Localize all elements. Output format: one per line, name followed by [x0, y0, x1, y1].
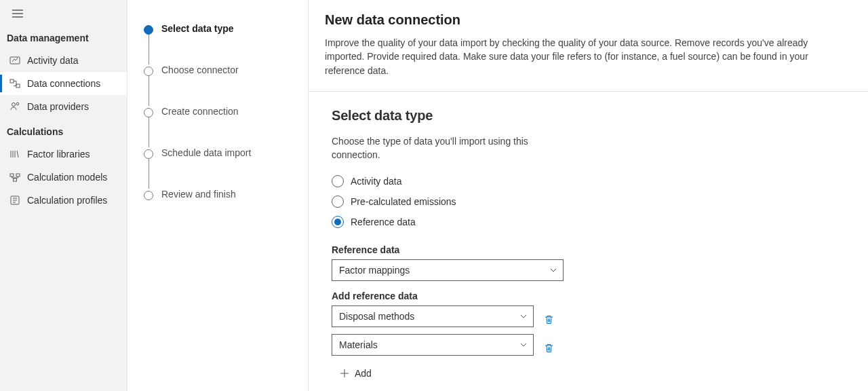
sidebar-item-calculation-models[interactable]: Calculation models	[0, 166, 127, 189]
step-label: Create connection	[161, 106, 239, 117]
sidebar-item-factor-libraries[interactable]: Factor libraries	[0, 143, 127, 166]
svg-point-4	[16, 103, 19, 105]
step-schedule-data-import[interactable]: Schedule data import	[144, 147, 308, 159]
step-indicator-icon	[144, 191, 153, 200]
step-indicator-icon	[144, 108, 153, 117]
factor-libraries-icon	[9, 149, 20, 160]
calculation-profiles-icon	[9, 195, 20, 206]
step-label: Review and finish	[161, 189, 236, 200]
activity-data-icon	[9, 55, 20, 66]
delete-reference-button[interactable]	[539, 339, 558, 358]
page-header: New data connection Improve the quality …	[309, 0, 868, 92]
added-reference-row: Materials	[332, 334, 852, 362]
radio-label: Reference data	[351, 217, 416, 227]
step-connector	[149, 35, 149, 64]
chevron-down-icon	[519, 341, 528, 349]
stepper: Select data type Choose connector Create…	[127, 0, 309, 391]
page-title: New data connection	[325, 12, 852, 28]
radio-activity-data[interactable]: Activity data	[332, 175, 852, 187]
data-providers-icon	[9, 101, 20, 112]
svg-rect-5	[10, 174, 14, 176]
sidebar-item-label: Calculation profiles	[27, 195, 107, 206]
form-area: Select data type Choose the type of data…	[309, 92, 868, 391]
reference-data-label: Reference data	[332, 244, 852, 255]
select-value: Disposal methods	[339, 311, 414, 322]
step-choose-connector[interactable]: Choose connector	[144, 64, 308, 76]
sidebar-item-data-providers[interactable]: Data providers	[0, 95, 127, 118]
add-reference-data-label: Add reference data	[332, 291, 852, 301]
step-connector	[149, 159, 149, 189]
svg-rect-0	[10, 57, 20, 64]
reference-data-select[interactable]: Factor mappings	[332, 259, 564, 281]
trash-icon	[544, 314, 554, 325]
main-content: New data connection Improve the quality …	[309, 0, 868, 391]
form-title: Select data type	[332, 108, 852, 124]
step-select-data-type[interactable]: Select data type	[144, 23, 308, 35]
svg-rect-1	[10, 79, 14, 83]
step-label: Schedule data import	[161, 147, 251, 158]
added-reference-row: Disposal methods	[332, 305, 852, 334]
step-indicator-icon	[144, 67, 153, 76]
sidebar-item-calculation-profiles[interactable]: Calculation profiles	[0, 189, 127, 212]
sidebar-section-calculations: Calculations	[0, 118, 127, 143]
hamburger-icon	[12, 10, 23, 18]
sidebar-item-label: Factor libraries	[27, 149, 90, 160]
sidebar-item-label: Data connections	[27, 78, 100, 89]
chevron-down-icon	[549, 266, 557, 274]
added-reference-select[interactable]: Materials	[332, 334, 534, 356]
data-connections-icon	[9, 78, 20, 89]
plus-icon	[340, 369, 349, 378]
step-connector	[149, 117, 149, 147]
step-label: Choose connector	[161, 64, 239, 75]
step-indicator-icon	[144, 25, 153, 35]
sidebar-item-label: Activity data	[27, 55, 78, 66]
step-connector	[149, 76, 149, 106]
radio-label: Pre-calculated emissions	[351, 196, 456, 207]
sidebar-section-data-management: Data management	[0, 24, 127, 49]
form-description: Choose the type of data you'll import us…	[332, 134, 535, 162]
hamburger-menu-button[interactable]	[0, 0, 127, 24]
svg-rect-2	[16, 84, 20, 88]
svg-rect-6	[16, 174, 20, 176]
step-create-connection[interactable]: Create connection	[144, 106, 308, 117]
select-value: Factor mappings	[339, 265, 410, 276]
add-button-label: Add	[355, 368, 372, 379]
sidebar-item-data-connections[interactable]: Data connections	[0, 72, 127, 95]
sidebar-item-label: Data providers	[27, 101, 89, 112]
sidebar-item-label: Calculation models	[27, 172, 107, 183]
svg-point-3	[12, 103, 16, 107]
data-type-radio-group: Activity data Pre-calculated emissions R…	[332, 175, 852, 228]
added-reference-select[interactable]: Disposal methods	[332, 305, 534, 327]
radio-label: Activity data	[351, 176, 401, 187]
svg-rect-7	[14, 179, 17, 181]
sidebar-item-activity-data[interactable]: Activity data	[0, 49, 127, 72]
step-review-and-finish[interactable]: Review and finish	[144, 189, 308, 200]
step-indicator-icon	[144, 149, 153, 159]
radio-icon	[332, 216, 344, 228]
step-label: Select data type	[161, 23, 234, 34]
radio-reference-data[interactable]: Reference data	[332, 216, 852, 228]
radio-icon	[332, 196, 344, 208]
radio-icon	[332, 175, 344, 187]
radio-pre-calculated-emissions[interactable]: Pre-calculated emissions	[332, 196, 852, 208]
trash-icon	[544, 343, 554, 354]
sidebar: Data management Activity data Data conne…	[0, 0, 127, 391]
chevron-down-icon	[519, 312, 528, 320]
delete-reference-button[interactable]	[539, 310, 558, 329]
calculation-models-icon	[9, 172, 20, 183]
add-reference-button[interactable]: Add	[332, 364, 852, 383]
select-value: Materials	[339, 339, 378, 350]
page-description: Improve the quality of your data import …	[325, 36, 840, 77]
